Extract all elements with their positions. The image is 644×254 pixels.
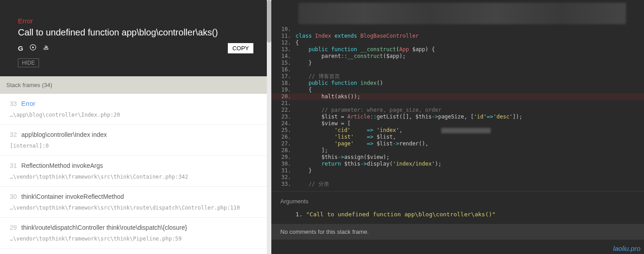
code-content: $this->assign($view); — [296, 154, 390, 161]
line-number: 32 — [271, 174, 296, 181]
code-content: halt(aks()); — [296, 93, 361, 100]
frame-number: 32 — [10, 131, 17, 138]
code-content: $list = Article::getList([], $this->page… — [296, 114, 522, 120]
frame-path: …\app\blog\controller\Index.php:20 — [10, 112, 260, 118]
line-number: 11 — [271, 33, 296, 39]
code-line: 16 — [271, 66, 644, 73]
code-line: 29 $this->assign($view); — [271, 154, 644, 161]
frame-path: …\vendor\topthink\framework\src\think\ro… — [10, 205, 261, 211]
line-number: 24 — [271, 120, 296, 127]
google-icon[interactable]: G — [18, 44, 23, 52]
frame-title: Error — [22, 100, 35, 107]
copy-button[interactable]: COPY — [228, 43, 253, 53]
right-panel: 1011class Index extends BlogBaseControll… — [271, 0, 644, 254]
line-number: 27 — [271, 140, 296, 147]
line-number: 29 — [271, 154, 296, 161]
code-content: } — [296, 60, 312, 66]
frame-path: …\vendor\topthink\framework\src\think\Co… — [10, 174, 261, 180]
code-content: } — [296, 167, 312, 174]
code-line: 25 'cid' => 'index', — [271, 127, 644, 134]
line-number: 16 — [271, 66, 296, 73]
code-content: // 博客首页 — [296, 73, 340, 80]
frame-title: app\blog\controller\Index index — [22, 131, 107, 138]
line-number: 17 — [271, 73, 296, 80]
stack-frame[interactable]: 32app\blog\controller\Index index[intern… — [0, 125, 271, 156]
code-line: 33 // 分类 — [271, 181, 644, 188]
code-content: ]; — [296, 147, 328, 154]
code-content: parent::__construct($app); — [296, 53, 406, 60]
line-number: 14 — [271, 53, 296, 60]
frames-header: Stack frames (34) — [0, 76, 271, 94]
stack-frame[interactable]: 33Error…\app\blog\controller\Index.php:2… — [0, 94, 271, 125]
code-content: 'list' => $list, — [296, 134, 396, 140]
line-number: 30 — [271, 161, 296, 167]
error-header: Error Call to undefined function app\blo… — [0, 0, 271, 76]
line-number: 31 — [271, 167, 296, 174]
code-line: 11class Index extends BlogBaseController — [271, 33, 644, 39]
code-line: 27 'page' => $list->render(), — [271, 140, 644, 147]
code-line: 26 'list' => $list, — [271, 134, 644, 140]
line-number: 19 — [271, 87, 296, 93]
code-line: 10 — [271, 26, 644, 33]
code-content: public function index() — [296, 80, 383, 87]
frame-number: 30 — [10, 193, 17, 200]
line-number: 10 — [271, 26, 296, 33]
line-number: 33 — [271, 181, 296, 188]
line-number: 18 — [271, 80, 296, 87]
line-number: 25 — [271, 127, 296, 134]
line-number: 22 — [271, 107, 296, 114]
code-line: 23 $list = Article::getList([], $this->p… — [271, 114, 644, 120]
code-content: class Index extends BlogBaseController — [296, 33, 419, 39]
frame-number: 29 — [10, 224, 17, 231]
argument-item: 1. "Call to undefined function app\blog\… — [296, 211, 644, 218]
watermark: laoliu.pro — [613, 245, 640, 252]
blurred-filepath — [298, 3, 626, 24]
stack-frame[interactable]: 31ReflectionMethod invokeArgs…\vendor\to… — [0, 156, 271, 187]
code-line: 12{ — [271, 39, 644, 46]
frames-list: 33Error…\app\blog\controller\Index.php:2… — [0, 94, 271, 254]
code-line: 15 } — [271, 60, 644, 66]
hide-button[interactable]: HIDE — [18, 58, 39, 67]
code-line: 28 ]; — [271, 147, 644, 154]
code-content: $view = [ — [296, 120, 351, 127]
comments-row: No comments for this stack frame. — [271, 224, 644, 240]
code-content: // parameter: where, page_size, order — [296, 107, 441, 114]
arguments-header: Arguments — [271, 191, 644, 210]
line-number: 21 — [271, 100, 296, 107]
code-content: 'page' => $list->render(), — [296, 140, 428, 147]
scrollbar-thumb[interactable] — [267, 0, 271, 43]
line-number: 28 — [271, 147, 296, 154]
code-block: 1011class Index extends BlogBaseControll… — [271, 24, 644, 188]
code-line: 14 parent::__construct($app); — [271, 53, 644, 60]
code-line: 17 // 博客首页 — [271, 73, 644, 80]
left-panel: Error Call to undefined function app\blo… — [0, 0, 271, 254]
stackoverflow-icon[interactable] — [43, 44, 49, 52]
frame-title: think\route\dispatch\Controller think\ro… — [22, 224, 187, 231]
line-number: 26 — [271, 134, 296, 140]
scrollbar[interactable] — [267, 0, 271, 254]
stack-frame[interactable]: 29think\route\dispatch\Controller think\… — [0, 218, 271, 249]
code-line: 21 — [271, 100, 644, 107]
code-line: 18 public function index() — [271, 80, 644, 87]
code-content: return $this->display('index/index'); — [296, 161, 441, 167]
code-line: 24 $view = [ — [271, 120, 644, 127]
svg-point-1 — [32, 47, 34, 48]
line-number: 12 — [271, 39, 296, 46]
frame-number: 33 — [10, 100, 17, 107]
line-number: 20 — [271, 93, 296, 100]
frame-title: ReflectionMethod invokeArgs — [22, 162, 103, 169]
code-line: 13 public function __construct(App $app)… — [271, 46, 644, 53]
stack-frame[interactable]: 30think\Container invokeReflectMethod…\v… — [0, 187, 271, 218]
frame-path: …\vendor\topthink\framework\src\think\Pi… — [10, 236, 261, 242]
code-content: // 分类 — [296, 181, 329, 188]
line-number: 23 — [271, 114, 296, 120]
error-label: Error — [18, 17, 253, 25]
frame-path: [internal]:0 — [10, 143, 261, 149]
duckduckgo-icon[interactable] — [30, 44, 36, 52]
code-content: { — [296, 39, 299, 46]
code-content: 'cid' => 'index', — [296, 127, 491, 134]
code-line: 22 // parameter: where, page_size, order — [271, 107, 644, 114]
arguments-body: 1. "Call to undefined function app\blog\… — [271, 210, 644, 224]
code-line: 19 { — [271, 87, 644, 93]
line-number: 13 — [271, 46, 296, 53]
